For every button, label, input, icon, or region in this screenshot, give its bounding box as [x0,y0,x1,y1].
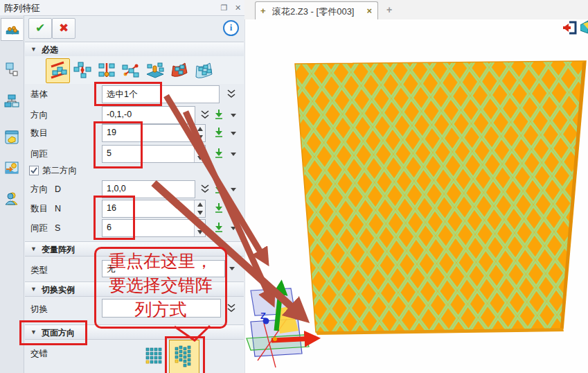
count-spinner[interactable] [194,125,205,141]
view-tool-icon[interactable] [580,19,588,36]
section-toggle-instance-label: 切换实例 [42,284,75,296]
section-variable-pattern-label: 变量阵列 [42,244,75,256]
toggle-input[interactable] [102,299,221,318]
count2-input[interactable]: 16 [102,200,206,218]
pattern-type-linear-button[interactable] [46,58,70,83]
second-direction-checkbox[interactable] [29,166,39,175]
count2-spinner[interactable] [194,200,205,217]
exit-sketch-icon[interactable] [562,21,578,35]
stagger-off-button[interactable] [144,345,165,368]
collapse-triangle-icon: ▼ [30,329,37,336]
pattern-type-at-pattern-button[interactable] [143,58,166,82]
ok-button[interactable]: ✔ [28,18,52,39]
spacing2-label: 间距S [30,223,60,234]
panel-restore-icon[interactable]: ❐ [219,3,229,13]
direction-label: 方向 [30,110,48,121]
spacing2-spinner[interactable] [194,220,205,236]
info-button[interactable]: i [223,20,239,36]
chevron-double-down-icon[interactable] [226,89,237,100]
type-label: 类型 [30,265,48,277]
count2-label: 数目N [30,203,61,215]
spacing-spinner[interactable] [194,146,205,162]
section-page-direction[interactable]: ▼ 页面方向 [25,324,244,340]
stagger-label: 交错 [30,348,48,360]
pattern-type-at-face-button[interactable] [168,58,190,82]
section-required-label: 必选 [42,44,58,56]
viewport-canvas[interactable] [245,19,588,373]
collapse-triangle-icon: ▼ [30,245,37,252]
side-icon-strip [0,15,24,373]
base-input[interactable]: 选中1个 [102,85,220,103]
tab-title: 滚花2.Z3 - [零件003] [272,6,354,18]
pattern-type-at-curve-button[interactable] [192,58,215,82]
dropdown-caret-icon[interactable] [230,205,237,212]
section-variable-pattern[interactable]: ▼ 变量阵列 [25,241,244,257]
chevron-double-down-icon[interactable] [199,184,211,195]
render-image-tab-icon[interactable] [1,157,22,178]
spacing2-input[interactable]: 6 [102,219,206,237]
dropdown-caret-icon[interactable] [230,186,237,193]
tab-file-icon: + [260,6,266,16]
direction-input[interactable]: -0,1,-0 [102,106,195,124]
chevron-double-down-icon[interactable] [226,303,237,314]
section-page-direction-label: 页面方向 [42,327,75,339]
chevron-double-down-icon[interactable] [199,110,211,121]
dropdown-caret-icon[interactable] [230,225,237,232]
section-toggle-instance[interactable]: ▼ 切换实例 [25,281,244,297]
dropdown-caret-icon[interactable] [229,265,235,272]
new-tab-button[interactable]: + [386,4,392,15]
inherit-value-icon[interactable] [213,222,224,233]
panel-title: 阵列特征 [4,2,40,15]
collapse-triangle-icon: ▼ [30,46,37,53]
pattern-type-circular-button[interactable] [71,58,93,82]
second-direction-label: 第二方向 [42,165,77,177]
inherit-value-icon[interactable] [213,148,224,159]
spacing-label: 间距 [30,148,48,160]
dropdown-caret-icon[interactable] [230,130,237,137]
collapse-triangle-icon: ▼ [30,286,37,293]
pattern-feature-panel: 阵列特征 ❐ ✕ ✔ ✖ i ▼ 必选 [0,0,245,373]
history-tree-tab-icon[interactable] [1,90,22,112]
cancel-button[interactable]: ✖ [52,18,75,39]
dropdown-caret-icon[interactable] [230,150,237,157]
direction2-label: 方向D [30,184,61,196]
inherit-value-icon[interactable] [213,202,224,214]
toggle-label: 切换 [30,304,48,315]
panel-close-icon[interactable]: ✕ [233,3,243,13]
dropdown-caret-icon[interactable] [230,112,237,119]
pattern-feature-tab-icon[interactable] [1,18,23,41]
base-label: 基体 [30,89,48,101]
direction2-input[interactable]: 1,0,0 [102,180,195,198]
panel-titlebar: 阵列特征 ❐ ✕ [0,0,244,16]
inherit-value-icon[interactable] [213,109,224,120]
type-select[interactable]: 无 [102,260,225,277]
count-input[interactable]: 19 [102,124,206,142]
derive-tab-icon[interactable] [1,58,22,80]
inherit-value-icon[interactable] [213,127,224,138]
pattern-type-polygon-button[interactable] [95,58,118,82]
document-tab-bar: + 滚花2.Z3 - [零件003] × + [244,0,588,20]
document-tab[interactable]: + 滚花2.Z3 - [零件003] × [255,1,378,20]
inherit-value-icon[interactable] [213,183,224,194]
pattern-type-row [25,56,244,84]
pattern-type-point-button[interactable] [119,58,142,82]
tab-close-icon[interactable]: × [366,6,372,16]
solid-view-tab-icon[interactable] [1,126,22,148]
user-role-tab-icon[interactable] [1,187,22,209]
count-label: 数目 [30,128,48,139]
stagger-on-button[interactable] [169,340,199,373]
spacing-input[interactable]: 5 [102,145,206,163]
section-required[interactable]: ▼ 必选 [25,42,244,57]
